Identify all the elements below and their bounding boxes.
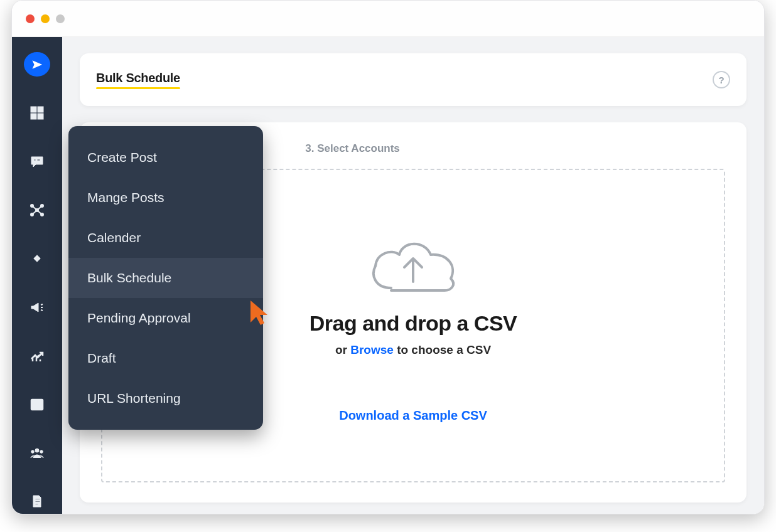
team-icon[interactable]: [24, 440, 50, 465]
svg-rect-1: [38, 107, 43, 112]
svg-point-20: [31, 450, 35, 454]
page-title: Bulk Schedule: [96, 71, 180, 89]
dashboard-icon[interactable]: [24, 100, 50, 125]
submenu-item-bulk-schedule[interactable]: Bulk Schedule: [68, 258, 263, 298]
svg-rect-24: [35, 504, 38, 505]
svg-rect-3: [38, 114, 43, 119]
svg-rect-4: [34, 159, 36, 161]
svg-line-14: [37, 210, 42, 215]
titlebar: [12, 1, 764, 37]
posts-submenu: Create PostMange PostsCalenderBulk Sched…: [68, 126, 263, 430]
sidebar: [12, 37, 62, 514]
dropzone-heading: Drag and drop a CSV: [310, 311, 517, 336]
svg-rect-2: [31, 114, 36, 119]
svg-line-11: [32, 206, 37, 210]
submenu-item-pending-approval[interactable]: Pending Approval: [68, 298, 263, 338]
dropzone-subtext: or Browse to choose a CSV: [335, 343, 491, 357]
download-icon[interactable]: [24, 392, 50, 417]
help-icon[interactable]: ?: [713, 71, 730, 88]
svg-line-12: [37, 206, 42, 210]
target-icon[interactable]: [24, 247, 50, 271]
download-sample-link[interactable]: Download a Sample CSV: [339, 408, 487, 423]
logo-icon[interactable]: [24, 52, 50, 77]
submenu-item-calender[interactable]: Calender: [68, 218, 263, 258]
submenu-item-create-post[interactable]: Create Post: [68, 137, 263, 178]
cloud-upload-icon: [363, 228, 463, 304]
window-zoom-dot[interactable]: [56, 14, 65, 23]
cursor-pointer-icon: [247, 299, 272, 326]
svg-rect-22: [35, 499, 40, 500]
submenu-item-url-shortening[interactable]: URL Shortening: [68, 378, 263, 418]
header-card: Bulk Schedule ?: [80, 53, 746, 106]
svg-point-21: [40, 450, 43, 454]
browse-link[interactable]: Browse: [350, 343, 394, 356]
analytics-icon[interactable]: [24, 343, 50, 368]
svg-line-13: [32, 210, 37, 215]
megaphone-icon[interactable]: [24, 295, 50, 319]
sub-suffix: to choose a CSV: [394, 343, 491, 356]
step-3[interactable]: 3. Select Accounts: [305, 142, 400, 155]
window-close-dot[interactable]: [26, 14, 35, 23]
svg-rect-5: [37, 159, 40, 161]
posts-icon[interactable]: [24, 149, 50, 174]
submenu-item-mange-posts[interactable]: Mange Posts: [68, 178, 263, 218]
submenu-item-draft[interactable]: Draft: [68, 338, 263, 378]
sub-prefix: or: [335, 343, 350, 356]
window-minimize-dot[interactable]: [41, 14, 50, 23]
svg-rect-0: [31, 107, 36, 112]
svg-rect-23: [35, 501, 40, 503]
document-icon[interactable]: [24, 489, 50, 514]
app-window: Bulk Schedule ? 1. Upload File 2. Map Fi…: [11, 0, 765, 514]
network-icon[interactable]: [24, 198, 50, 222]
svg-point-19: [35, 449, 39, 452]
